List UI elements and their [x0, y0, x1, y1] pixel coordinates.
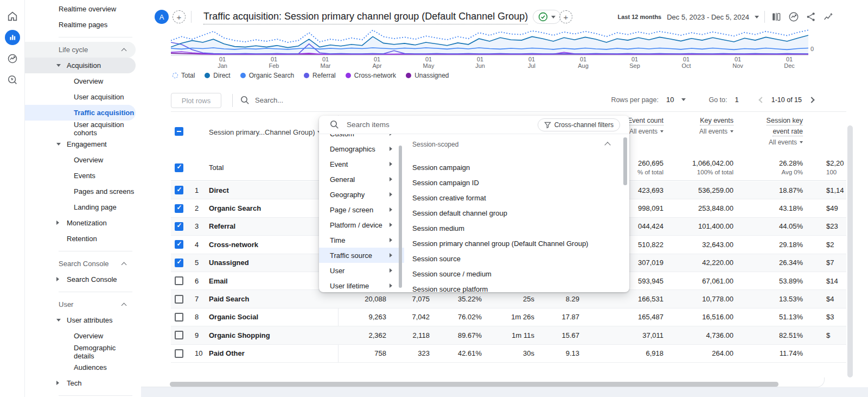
sidebar-item[interactable]: Overview: [25, 73, 136, 89]
dimension-category[interactable]: Time: [319, 232, 404, 248]
advertising-icon[interactable]: [5, 51, 20, 66]
dimension-category[interactable]: Platform / device: [319, 217, 404, 232]
total-checkbox[interactable]: [171, 155, 190, 180]
dimension-item[interactable]: Session default channel group: [408, 205, 625, 220]
sidebar-item[interactable]: [59, 37, 132, 37]
legend-item[interactable]: Total: [173, 72, 195, 79]
sidebar-item[interactable]: User acquisition cohorts: [25, 121, 136, 136]
share-icon[interactable]: [805, 11, 817, 23]
sidebar-item[interactable]: Engagement: [25, 136, 136, 152]
explore-trend-icon[interactable]: [822, 11, 834, 23]
row-checkbox[interactable]: [171, 181, 190, 199]
legend-item[interactable]: Referral: [304, 72, 336, 79]
avatar[interactable]: A: [155, 10, 169, 24]
report-status-pill[interactable]: [533, 10, 561, 24]
submenu-scrollbar[interactable]: [623, 137, 627, 185]
row-checkbox[interactable]: [171, 308, 190, 326]
row-checkbox[interactable]: [171, 290, 190, 307]
category-scrollbar[interactable]: [399, 146, 402, 288]
sidebar-item[interactable]: Landing page: [25, 199, 136, 215]
session-key-event-rate-header[interactable]: Session key event rate All events: [733, 112, 803, 146]
legend-item[interactable]: Cross-network: [346, 72, 396, 79]
sidebar-item[interactable]: Life cycle: [25, 42, 136, 58]
row-checkbox[interactable]: [171, 272, 190, 289]
collapse-chevron-icon[interactable]: [122, 303, 127, 308]
sidebar-item[interactable]: Acquisition: [25, 58, 136, 73]
sidebar-item[interactable]: Realtime pages: [25, 17, 136, 33]
sidebar-item[interactable]: Audiences: [25, 360, 136, 375]
dimension-item[interactable]: Session creative format: [408, 190, 625, 205]
next-page-icon[interactable]: [808, 97, 814, 103]
collapse-chevron-icon[interactable]: [122, 262, 127, 268]
sidebar-item[interactable]: Traffic acquisition: [25, 105, 136, 121]
rows-per-page-caret-icon[interactable]: [681, 98, 686, 101]
dimension-category[interactable]: Page / screen: [319, 202, 404, 217]
add-card-button[interactable]: [559, 10, 572, 23]
dimension-item[interactable]: Session campaign: [408, 160, 625, 175]
plot-rows-button[interactable]: Plot rows: [171, 93, 221, 108]
sidebar-item[interactable]: Retention: [25, 231, 136, 247]
goto-input[interactable]: 1: [735, 96, 738, 104]
dimension-item[interactable]: Session source: [408, 251, 625, 266]
dimension-category[interactable]: Event: [319, 156, 404, 172]
sidebar-item[interactable]: [59, 395, 132, 396]
dimension-category[interactable]: Traffic source: [319, 248, 404, 263]
sidebar-item[interactable]: User attributes: [25, 312, 136, 328]
dimension-category[interactable]: Demographics: [319, 141, 404, 156]
row-checkbox[interactable]: [171, 236, 190, 253]
sidebar-item[interactable]: Realtime overview: [25, 1, 136, 17]
explore-icon[interactable]: [5, 72, 20, 87]
select-all-checkbox[interactable]: [171, 112, 190, 146]
row-checkbox[interactable]: [171, 326, 190, 344]
compare-icon[interactable]: [770, 11, 782, 23]
vertical-scrollbar[interactable]: [847, 125, 853, 377]
sidebar-item[interactable]: Tech: [25, 375, 136, 391]
home-icon[interactable]: [5, 9, 20, 24]
sidebar-item[interactable]: [59, 292, 132, 292]
cross-channel-filters-chip[interactable]: Cross-channel filters: [538, 118, 620, 131]
insights-icon[interactable]: [788, 11, 800, 23]
horizontal-scrollbar[interactable]: [170, 382, 778, 387]
dimension-item[interactable]: Session medium: [408, 220, 625, 236]
table-row[interactable]: 8 Organic Social 9,263 7,042 76.02% 1m 2…: [171, 308, 846, 326]
collapse-chevron-icon[interactable]: [122, 48, 127, 54]
reports-icon[interactable]: [5, 30, 20, 45]
key-events-header[interactable]: Key events All events: [663, 112, 733, 146]
sidebar-item[interactable]: User acquisition: [25, 89, 136, 105]
sidebar-item[interactable]: User: [25, 297, 136, 312]
sidebar-item[interactable]: Overview: [25, 152, 136, 168]
report-title[interactable]: Traffic acquisition: Session primary cha…: [203, 11, 528, 24]
legend-item[interactable]: Direct: [205, 72, 230, 79]
legend-item[interactable]: Unassigned: [406, 72, 449, 79]
table-row[interactable]: 10 Paid Other 758 323 42.61% 30s 9.13 6,…: [171, 345, 846, 363]
sidebar-item[interactable]: Demographic details: [25, 344, 136, 360]
add-report-button[interactable]: [173, 10, 186, 23]
dimension-item[interactable]: Session campaign ID: [408, 175, 625, 190]
sidebar-item[interactable]: Pages and screens: [25, 184, 136, 199]
row-checkbox[interactable]: [171, 199, 190, 217]
rows-per-page-value[interactable]: 10: [666, 96, 674, 104]
date-range[interactable]: Dec 5, 2023 - Dec 5, 2024: [667, 13, 749, 21]
sidebar-item[interactable]: Search Console: [25, 272, 136, 287]
dimension-item[interactable]: Session source / medium: [408, 266, 625, 281]
dimension-category[interactable]: User lifetime: [319, 278, 404, 292]
sidebar-item[interactable]: Events: [25, 168, 136, 184]
sidebar-item[interactable]: Overview: [25, 328, 136, 344]
dimension-item[interactable]: Session source platform: [408, 281, 625, 297]
dimension-category[interactable]: Geography: [319, 187, 404, 202]
row-checkbox[interactable]: [171, 345, 190, 362]
search-input[interactable]: [255, 96, 336, 104]
dimension-category[interactable]: General: [319, 172, 404, 187]
sidebar-item[interactable]: [59, 251, 132, 251]
table-row[interactable]: 9 Organic Shopping 2,362 2,118 89.67% 1m…: [171, 326, 846, 344]
legend-item[interactable]: Organic Search: [240, 72, 294, 79]
section-collapse-icon[interactable]: [604, 142, 610, 148]
dropdown-search-input[interactable]: [347, 121, 471, 129]
sidebar-item[interactable]: Monetization: [25, 215, 136, 231]
date-range-caret-icon[interactable]: [755, 16, 759, 18]
dimension-category[interactable]: User: [319, 263, 404, 278]
dimension-category[interactable]: Custom: [319, 134, 404, 141]
row-checkbox[interactable]: [171, 218, 190, 235]
sidebar-item[interactable]: Search Console: [25, 256, 136, 272]
row-checkbox[interactable]: [171, 254, 190, 272]
